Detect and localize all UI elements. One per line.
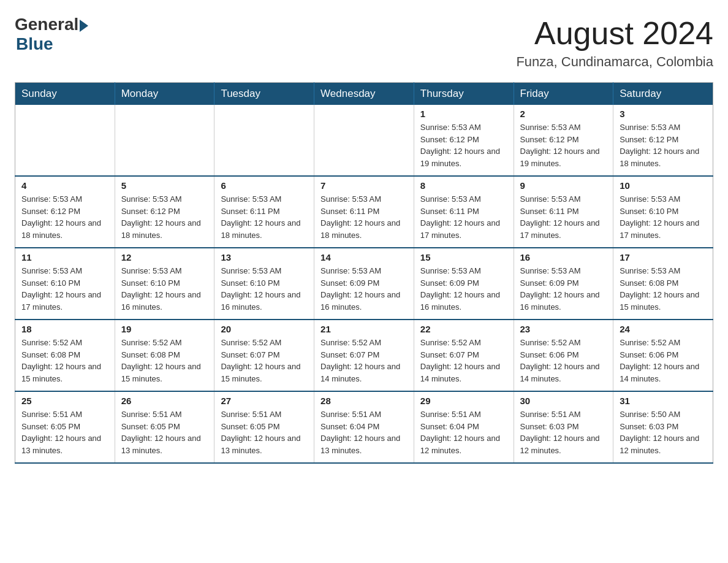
calendar-cell: 3Sunrise: 5:53 AM Sunset: 6:12 PM Daylig… [613,105,713,176]
calendar-cell: 26Sunrise: 5:51 AM Sunset: 6:05 PM Dayli… [115,391,214,463]
day-info: Sunrise: 5:53 AM Sunset: 6:10 PM Dayligh… [221,265,308,313]
day-number: 4 [21,180,108,191]
day-of-week-header: Wednesday [314,83,414,105]
day-number: 5 [121,180,208,191]
day-number: 11 [21,252,108,262]
day-number: 19 [121,324,208,334]
calendar-body: 1Sunrise: 5:53 AM Sunset: 6:12 PM Daylig… [15,105,713,463]
day-number: 21 [320,324,408,334]
calendar-table: SundayMondayTuesdayWednesdayThursdayFrid… [15,82,713,464]
day-info: Sunrise: 5:53 AM Sunset: 6:10 PM Dayligh… [620,193,707,241]
day-info: Sunrise: 5:53 AM Sunset: 6:12 PM Dayligh… [520,121,607,169]
day-info: Sunrise: 5:53 AM Sunset: 6:08 PM Dayligh… [620,265,707,313]
day-info: Sunrise: 5:53 AM Sunset: 6:11 PM Dayligh… [221,193,308,241]
calendar-cell: 19Sunrise: 5:52 AM Sunset: 6:08 PM Dayli… [115,320,214,391]
calendar-cell: 28Sunrise: 5:51 AM Sunset: 6:04 PM Dayli… [314,391,414,463]
calendar-week-row: 25Sunrise: 5:51 AM Sunset: 6:05 PM Dayli… [15,391,713,463]
day-info: Sunrise: 5:50 AM Sunset: 6:03 PM Dayligh… [620,408,707,456]
day-info: Sunrise: 5:53 AM Sunset: 6:10 PM Dayligh… [21,265,108,313]
calendar-cell: 17Sunrise: 5:53 AM Sunset: 6:08 PM Dayli… [613,248,713,320]
calendar-week-row: 4Sunrise: 5:53 AM Sunset: 6:12 PM Daylig… [15,176,713,248]
day-info: Sunrise: 5:51 AM Sunset: 6:03 PM Dayligh… [520,408,607,456]
calendar-cell: 15Sunrise: 5:53 AM Sunset: 6:09 PM Dayli… [414,248,514,320]
day-info: Sunrise: 5:53 AM Sunset: 6:10 PM Dayligh… [121,265,208,313]
day-number: 24 [620,324,707,334]
day-info: Sunrise: 5:53 AM Sunset: 6:12 PM Dayligh… [121,193,208,241]
day-number: 20 [221,324,308,334]
day-info: Sunrise: 5:52 AM Sunset: 6:08 PM Dayligh… [21,337,108,385]
calendar-cell: 8Sunrise: 5:53 AM Sunset: 6:11 PM Daylig… [414,176,514,248]
logo-blue-text: Blue [16,34,53,54]
day-number: 14 [320,252,408,262]
day-number: 29 [420,396,507,406]
day-number: 8 [420,180,507,191]
calendar-cell: 7Sunrise: 5:53 AM Sunset: 6:11 PM Daylig… [314,176,414,248]
day-number: 17 [620,252,707,262]
calendar-cell: 14Sunrise: 5:53 AM Sunset: 6:09 PM Dayli… [314,248,414,320]
calendar-cell: 13Sunrise: 5:53 AM Sunset: 6:10 PM Dayli… [214,248,314,320]
day-info: Sunrise: 5:52 AM Sunset: 6:07 PM Dayligh… [420,337,507,385]
day-info: Sunrise: 5:53 AM Sunset: 6:09 PM Dayligh… [320,265,408,313]
day-number: 12 [121,252,208,262]
day-number: 16 [520,252,607,262]
day-of-week-header: Monday [115,83,214,105]
calendar-cell: 4Sunrise: 5:53 AM Sunset: 6:12 PM Daylig… [15,176,115,248]
day-number: 26 [121,396,208,406]
page-header: General Blue August 2024 Funza, Cundinam… [15,15,713,70]
calendar-cell [314,105,414,176]
day-info: Sunrise: 5:51 AM Sunset: 6:04 PM Dayligh… [420,408,507,456]
day-of-week-header: Tuesday [214,83,314,105]
calendar-cell: 1Sunrise: 5:53 AM Sunset: 6:12 PM Daylig… [414,105,514,176]
calendar-cell: 25Sunrise: 5:51 AM Sunset: 6:05 PM Dayli… [15,391,115,463]
calendar-cell: 27Sunrise: 5:51 AM Sunset: 6:05 PM Dayli… [214,391,314,463]
calendar-cell: 16Sunrise: 5:53 AM Sunset: 6:09 PM Dayli… [514,248,613,320]
day-number: 25 [21,396,108,406]
calendar-cell: 10Sunrise: 5:53 AM Sunset: 6:10 PM Dayli… [613,176,713,248]
day-info: Sunrise: 5:51 AM Sunset: 6:05 PM Dayligh… [221,408,308,456]
day-info: Sunrise: 5:53 AM Sunset: 6:09 PM Dayligh… [420,265,507,313]
title-section: August 2024 Funza, Cundinamarca, Colombi… [516,15,713,70]
days-of-week-row: SundayMondayTuesdayWednesdayThursdayFrid… [15,83,713,105]
day-info: Sunrise: 5:53 AM Sunset: 6:12 PM Dayligh… [420,121,507,169]
calendar-cell [15,105,115,176]
day-info: Sunrise: 5:53 AM Sunset: 6:12 PM Dayligh… [21,193,108,241]
calendar-cell [115,105,214,176]
calendar-cell: 11Sunrise: 5:53 AM Sunset: 6:10 PM Dayli… [15,248,115,320]
day-info: Sunrise: 5:51 AM Sunset: 6:04 PM Dayligh… [320,408,408,456]
calendar-cell [214,105,314,176]
calendar-cell: 23Sunrise: 5:52 AM Sunset: 6:06 PM Dayli… [514,320,613,391]
day-number: 15 [420,252,507,262]
day-number: 30 [520,396,607,406]
calendar-cell: 21Sunrise: 5:52 AM Sunset: 6:07 PM Dayli… [314,320,414,391]
day-number: 18 [21,324,108,334]
logo: General Blue [15,15,88,54]
calendar-week-row: 18Sunrise: 5:52 AM Sunset: 6:08 PM Dayli… [15,320,713,391]
calendar-cell: 31Sunrise: 5:50 AM Sunset: 6:03 PM Dayli… [613,391,713,463]
day-of-week-header: Saturday [613,83,713,105]
day-number: 28 [320,396,408,406]
calendar-cell: 9Sunrise: 5:53 AM Sunset: 6:11 PM Daylig… [514,176,613,248]
day-info: Sunrise: 5:52 AM Sunset: 6:06 PM Dayligh… [520,337,607,385]
logo-general-text: General [15,15,78,34]
location-text: Funza, Cundinamarca, Colombia [516,54,713,70]
day-number: 31 [620,396,707,406]
calendar-cell: 2Sunrise: 5:53 AM Sunset: 6:12 PM Daylig… [514,105,613,176]
calendar-cell: 22Sunrise: 5:52 AM Sunset: 6:07 PM Dayli… [414,320,514,391]
day-of-week-header: Thursday [414,83,514,105]
day-number: 10 [620,180,707,191]
day-number: 6 [221,180,308,191]
day-info: Sunrise: 5:53 AM Sunset: 6:12 PM Dayligh… [620,121,707,169]
logo-arrow-icon [80,20,88,32]
calendar-week-row: 1Sunrise: 5:53 AM Sunset: 6:12 PM Daylig… [15,105,713,176]
day-number: 27 [221,396,308,406]
day-info: Sunrise: 5:53 AM Sunset: 6:11 PM Dayligh… [320,193,408,241]
day-number: 2 [520,109,607,119]
day-number: 3 [620,109,707,119]
calendar-cell: 12Sunrise: 5:53 AM Sunset: 6:10 PM Dayli… [115,248,214,320]
day-number: 7 [320,180,408,191]
day-info: Sunrise: 5:52 AM Sunset: 6:07 PM Dayligh… [221,337,308,385]
day-number: 22 [420,324,507,334]
day-number: 23 [520,324,607,334]
day-info: Sunrise: 5:52 AM Sunset: 6:07 PM Dayligh… [320,337,408,385]
day-info: Sunrise: 5:51 AM Sunset: 6:05 PM Dayligh… [121,408,208,456]
